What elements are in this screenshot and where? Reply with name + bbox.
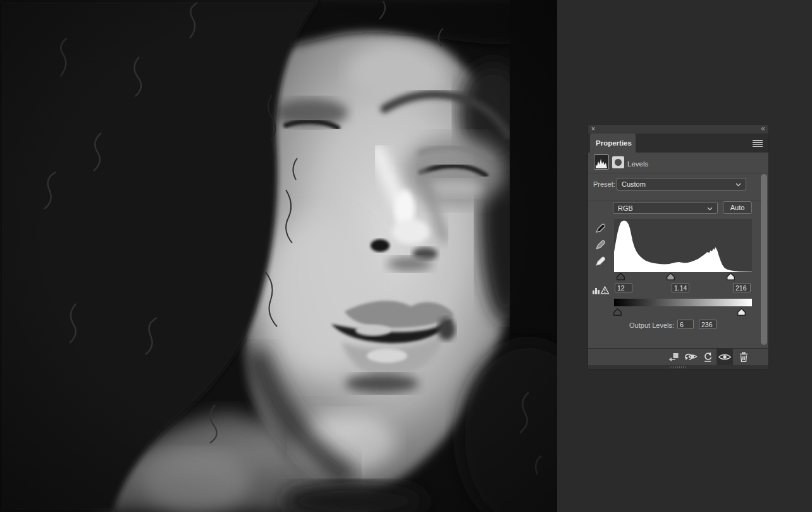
chevron-down-icon — [735, 180, 741, 188]
preset-dropdown[interactable]: Custom — [617, 178, 746, 190]
input-highlight-slider[interactable] — [727, 272, 735, 279]
input-midtone-value[interactable] — [672, 283, 689, 292]
tab-properties[interactable]: Properties — [590, 134, 636, 153]
levels-histogram — [614, 219, 752, 272]
collapse-panel-icon[interactable]: « — [761, 125, 765, 133]
reset-adjustment-icon[interactable] — [702, 348, 713, 365]
divider — [588, 173, 768, 173]
toggle-visibility-icon[interactable] — [717, 348, 733, 365]
black-point-eyedropper-icon[interactable] — [595, 223, 606, 234]
panel-header-bar — [588, 125, 768, 134]
channel-value: RGB — [618, 204, 633, 212]
panel-resize-grip[interactable] — [670, 366, 686, 368]
input-highlight-value[interactable] — [733, 283, 751, 292]
clip-to-layer-icon[interactable] — [667, 348, 679, 365]
adjustment-title: Levels — [627, 160, 648, 168]
portrait-photo — [0, 0, 557, 512]
output-shadow-value[interactable] — [677, 320, 694, 329]
levels-adjustment-icon — [594, 154, 609, 170]
white-point-eyedropper-icon[interactable] — [595, 256, 606, 266]
histogram-refresh-warning-icon[interactable] — [592, 284, 610, 297]
preset-label: Preset: — [593, 180, 615, 188]
output-highlight-slider[interactable] — [737, 307, 746, 315]
close-icon[interactable]: × — [591, 125, 595, 133]
input-shadow-value[interactable] — [615, 283, 632, 292]
gray-point-eyedropper-icon[interactable] — [595, 239, 606, 250]
layer-mask-thumbnail[interactable] — [612, 156, 624, 168]
output-gradient-bar — [614, 299, 752, 306]
view-previous-state-icon[interactable] — [684, 348, 698, 365]
input-shadow-slider[interactable] — [617, 272, 625, 279]
output-highlight-value[interactable] — [699, 320, 717, 329]
chevron-down-icon — [707, 204, 713, 212]
panel-scrollbar-thumb[interactable] — [761, 174, 767, 345]
delete-adjustment-icon[interactable] — [738, 348, 749, 365]
channel-dropdown[interactable]: RGB — [613, 202, 718, 214]
preset-value: Custom — [622, 180, 646, 188]
panel-menu-icon[interactable] — [753, 140, 763, 147]
auto-button[interactable]: Auto — [723, 201, 752, 214]
output-levels-label: Output Levels: — [601, 322, 674, 329]
photoshop-workspace: × « Properties Levels Preset: Custom RGB — [0, 0, 812, 512]
output-shadow-slider[interactable] — [613, 307, 622, 315]
properties-panel: × « Properties Levels Preset: Custom RGB — [588, 125, 768, 369]
input-midtone-slider[interactable] — [667, 272, 675, 279]
